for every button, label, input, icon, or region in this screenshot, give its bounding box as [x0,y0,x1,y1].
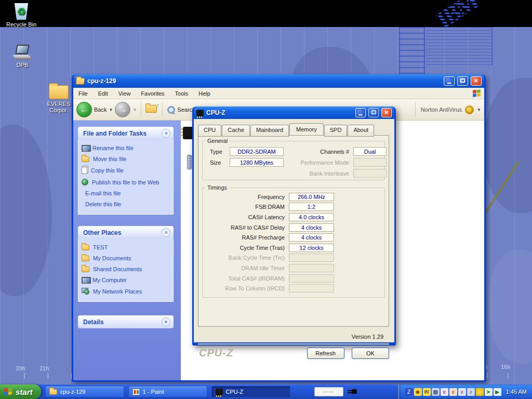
tray-icon[interactable]: ☺ [476,388,484,396]
tab[interactable]: SPD [324,125,348,137]
battery-meter[interactable]: ---- [314,387,343,396]
chevron-down-icon[interactable]: » [162,317,170,326]
groupbox-legend: General [205,138,230,144]
tab[interactable]: Memory [289,123,324,135]
desktop: IBM 20h 21h 15h 16h ♻ Recycle Bin DPB EV… [0,0,532,399]
norton-icon[interactable] [465,105,474,114]
performance-mode-label: Performance Mode [281,159,349,166]
size-value: 1280 MBytes [230,158,284,167]
close-button[interactable]: ✕ [381,108,392,117]
task-icon [82,156,89,162]
task-button-icon [132,389,140,395]
panel-header[interactable]: File and Folder Tasks » [78,127,174,140]
task-link[interactable]: Publish this file to the Web [82,179,171,185]
task-link[interactable]: Copy this file [82,167,171,174]
minimize-button[interactable] [444,76,455,86]
ok-button[interactable]: OK [352,348,389,359]
back-button[interactable]: ← [76,102,92,117]
tab[interactable]: Cache [222,125,250,137]
task-label: Move this file [93,156,126,162]
tray-icon[interactable]: Z [405,388,413,396]
menu-item[interactable]: View [113,90,136,97]
panel-title: Other Places [83,229,162,236]
menu-item[interactable]: Favorites [136,90,169,97]
toolbar-separator [415,102,416,117]
menu-item[interactable]: File [73,90,93,97]
tray-icon[interactable]: ♪ [467,388,475,396]
panel-body: Rename this file Move this file Copy thi… [78,140,174,215]
tray-icon[interactable]: ✉ [423,388,431,396]
menu-item[interactable]: Tools [170,90,194,97]
tab[interactable]: Mainboard [250,125,289,137]
up-button[interactable]: ↑ [145,105,158,114]
cpuz-dialog: CPU-Z ✕ CPUCacheMainboardMemorySPDAbout … [192,107,396,345]
forward-dropdown-caret[interactable]: ▼ [132,108,137,112]
place-link[interactable]: My Computer [82,277,171,283]
forward-button[interactable]: → [115,102,130,117]
chevron-up-icon[interactable]: » [162,129,170,138]
ram-file-icon[interactable] [187,155,192,169]
taskbar-task-button[interactable]: cpu-z-129 [45,386,124,397]
task-button-icon [49,389,57,395]
timing-value: 4.0 clocks [289,213,334,221]
tab[interactable]: About [348,125,374,137]
place-link[interactable]: TEST [82,244,171,250]
cpuz-app-icon [196,110,204,116]
timing-label: Frequency [203,194,289,200]
taskbar-task-button[interactable]: 1 - Paint [128,386,207,397]
tray-icon[interactable]: ➤ [485,388,493,396]
folder-open-icon [75,78,85,85]
task-link[interactable]: Move this file [82,156,171,162]
back-dropdown-caret[interactable]: ▼ [109,108,113,112]
place-link[interactable]: My Network Places [82,288,171,295]
refresh-button[interactable]: Refresh [307,348,344,359]
task-label: E-mail this file [85,190,121,196]
norton-dropdown-caret[interactable]: ▼ [477,108,481,112]
maximize-button[interactable] [368,108,379,117]
timing-value [289,254,334,262]
cpuz-titlebar[interactable]: CPU-Z ✕ [194,107,394,119]
menu-bar: FileEditViewFavoritesToolsHelp [73,88,484,99]
hour-tick [24,373,25,379]
tab-strip: CPUCacheMainboardMemorySPDAbout [194,119,394,135]
task-link[interactable]: Rename this file [82,145,171,151]
tray-icon[interactable]: x [449,388,457,396]
start-button[interactable]: start [0,384,41,399]
tray-icon[interactable]: x [458,388,466,396]
place-link[interactable]: My Documents [82,255,171,261]
tray-icon[interactable]: ▶ [494,388,501,396]
memory-tab-page: General Type DDR2-SDRAM Channels # Dual … [198,135,389,327]
search-icon[interactable] [167,105,175,114]
performance-mode-value [353,158,387,167]
task-link[interactable]: E-mail this file [82,190,171,196]
menu-item[interactable]: Edit [93,90,113,97]
wallpaper-top-band: IBM [0,0,532,27]
chevron-up-icon[interactable]: » [162,228,170,237]
desktop-icon-everes[interactable]: EVERES Corpor. [44,85,74,113]
minimize-button[interactable] [355,108,366,117]
panel-header[interactable]: Other Places » [78,226,174,239]
tray-icon[interactable]: ☻ [414,388,422,396]
ibm-logo-stripes [416,0,530,27]
panel-header[interactable]: Details » [78,315,174,328]
menu-item[interactable]: Help [193,90,216,97]
task-button-label: cpu-z-129 [60,389,86,395]
cpuz-watermark: CPU-Z [199,347,233,359]
desktop-icon-recycle-bin[interactable]: ♻ Recycle Bin [4,3,38,28]
explorer-sidebar: File and Folder Tasks » Rename this file… [73,121,181,380]
maximize-button[interactable] [457,76,468,86]
hour-label: 21h [39,365,49,371]
timing-row: Total CAS# (tRDRAM) [203,273,384,284]
explorer-titlebar[interactable]: cpu-z-129 ✕ [73,74,484,88]
close-button[interactable]: ✕ [471,76,482,86]
norton-antivirus-control[interactable]: Norton AntiVirus ▼ [413,102,481,117]
task-button-label: CPU-Z [226,389,244,395]
desktop-icon-label: Recycle Bin [4,21,38,28]
task-link[interactable]: Delete this file [82,201,171,207]
place-link[interactable]: Shared Documents [82,266,171,272]
taskbar-task-button[interactable]: CPU-Z [211,386,290,397]
desktop-icon-dpb[interactable]: DPB [5,45,39,68]
tab[interactable]: CPU [198,125,221,137]
tray-icon[interactable]: x [441,388,448,396]
tray-icon[interactable]: ▦ [432,388,440,396]
